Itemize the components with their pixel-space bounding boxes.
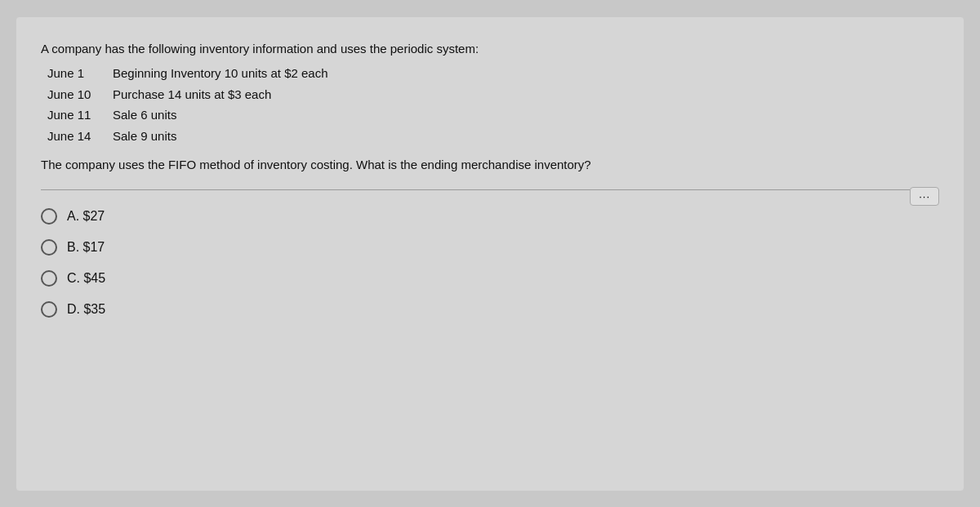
inventory-row: June 11Sale 6 units: [47, 105, 939, 126]
options-block: A. $27B. $17C. $45D. $35: [41, 208, 939, 318]
inventory-date: June 11: [47, 105, 113, 126]
inventory-date: June 1: [47, 63, 113, 84]
option-D[interactable]: D. $35: [41, 301, 939, 318]
inventory-date: June 10: [47, 84, 113, 105]
inventory-row: June 1Beginning Inventory 10 units at $2…: [47, 63, 939, 84]
question-card: A company has the following inventory in…: [16, 17, 964, 491]
inventory-description: Sale 6 units: [113, 105, 176, 126]
radio-A[interactable]: [41, 208, 57, 225]
option-A[interactable]: A. $27: [41, 208, 939, 225]
inventory-date: June 14: [47, 126, 113, 147]
question-text: The company uses the FIFO method of inve…: [41, 156, 939, 175]
inventory-description: Purchase 14 units at $3 each: [113, 84, 271, 105]
divider: [41, 189, 939, 190]
option-B[interactable]: B. $17: [41, 239, 939, 256]
option-label-B: B. $17: [67, 240, 105, 255]
question-intro: A company has the following inventory in…: [41, 40, 939, 59]
radio-C[interactable]: [41, 270, 57, 287]
radio-B[interactable]: [41, 239, 57, 256]
inventory-row: June 14Sale 9 units: [47, 126, 939, 147]
question-block: A company has the following inventory in…: [41, 40, 939, 175]
option-label-C: C. $45: [67, 271, 105, 286]
radio-D[interactable]: [41, 301, 57, 318]
inventory-description: Sale 9 units: [113, 126, 176, 147]
inventory-row: June 10Purchase 14 units at $3 each: [47, 84, 939, 105]
inventory-table: June 1Beginning Inventory 10 units at $2…: [47, 63, 939, 146]
option-C[interactable]: C. $45: [41, 270, 939, 287]
option-label-D: D. $35: [67, 302, 105, 317]
more-button[interactable]: ···: [910, 187, 939, 206]
inventory-description: Beginning Inventory 10 units at $2 each: [113, 63, 328, 84]
option-label-A: A. $27: [67, 209, 105, 224]
